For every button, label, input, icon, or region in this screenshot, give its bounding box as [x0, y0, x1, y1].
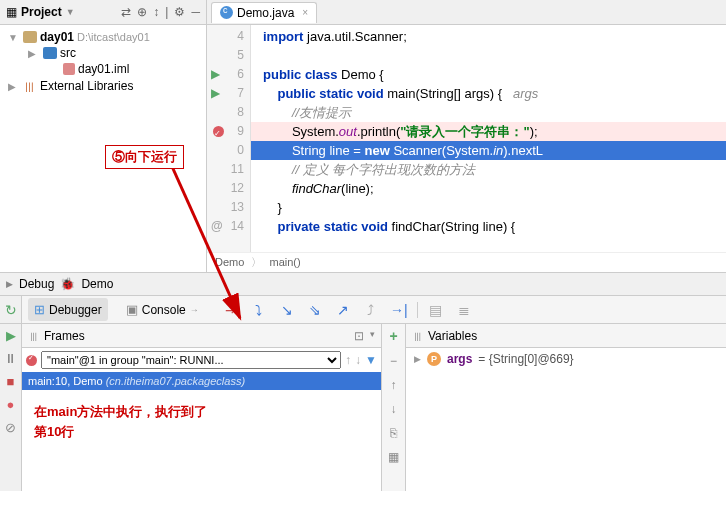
- console-tab-label: Console: [142, 303, 186, 317]
- root-path: D:\itcast\day01: [77, 31, 150, 43]
- step-over-icon[interactable]: ⤵: [249, 300, 269, 320]
- tree-iml[interactable]: day01.iml: [0, 61, 206, 77]
- frames-title: Frames: [44, 329, 85, 343]
- down-icon[interactable]: ↓: [391, 402, 397, 416]
- editor-tab[interactable]: Demo.java ×: [211, 2, 317, 23]
- debug-title: Debug: [19, 277, 54, 291]
- debugger-tab-label: Debugger: [49, 303, 102, 317]
- annotation-line2: 第10行: [34, 422, 369, 442]
- copy-icon[interactable]: ⎘: [390, 426, 397, 440]
- breakpoint-small-icon: [26, 355, 37, 366]
- param-icon: P: [427, 352, 441, 366]
- editor-tabs: Demo.java ×: [207, 0, 726, 25]
- debug-header: ▶ Debug 🐞 Demo: [0, 272, 726, 296]
- stack-text: main:10, Demo: [28, 375, 106, 387]
- src-label: src: [60, 46, 76, 60]
- frames-header: ⫼ Frames ⊡▾: [22, 324, 381, 348]
- debug-config: Demo: [81, 277, 113, 291]
- var-name: args: [447, 352, 472, 366]
- iml-label: day01.iml: [78, 62, 129, 76]
- mute-icon[interactable]: ⊘: [5, 420, 16, 435]
- minimize-icon[interactable]: ─: [191, 5, 200, 19]
- tree-src[interactable]: ▶ src: [0, 45, 206, 61]
- console-tab[interactable]: ▣ Console →: [120, 298, 205, 321]
- breakpoint-icon[interactable]: [213, 126, 224, 137]
- run-to-cursor-icon[interactable]: →|: [389, 300, 409, 320]
- code-content[interactable]: import java.util.Scanner; public class D…: [251, 25, 726, 252]
- folder-icon: [23, 31, 37, 43]
- up-icon[interactable]: ↑: [391, 378, 397, 392]
- debug-panels: ▶ ⏸ ■ ● ⊘ ⫼ Frames ⊡▾ "main"@1 in group …: [0, 324, 726, 491]
- gutter: 4 5 ▶6 ▶7 8 9 0 11 12 13 @14: [207, 25, 251, 252]
- layout-icon[interactable]: ▦: [388, 450, 399, 464]
- collapse-icon[interactable]: ⇄: [121, 5, 131, 19]
- annotation-box: 在main方法中执行，执行到了 第10行: [28, 396, 375, 447]
- vars-header: ⫼ Variables: [406, 324, 726, 348]
- rerun-strip[interactable]: ↻: [0, 296, 22, 323]
- project-header: ▦ Project ▼ ⇄ ⊕ ↕ | ⚙ ─: [0, 0, 206, 25]
- sep: |: [165, 5, 168, 19]
- next-frame-icon[interactable]: ↓: [355, 353, 361, 367]
- tree-root[interactable]: ▼ day01 D:\itcast\day01: [0, 29, 206, 45]
- frames-panel: ⫼ Frames ⊡▾ "main"@1 in group "main": RU…: [22, 324, 382, 491]
- code-area[interactable]: 4 5 ▶6 ▶7 8 9 0 11 12 13 @14 import java…: [207, 25, 726, 252]
- force-step-into-icon[interactable]: ⇘: [305, 300, 325, 320]
- libs-label: External Libraries: [40, 79, 133, 93]
- console-arrow-icon: →: [190, 305, 199, 315]
- vars-toolbar: + − ↑ ↓ ⎘ ▦: [382, 324, 406, 491]
- stack-package: (cn.itheima07.packageclass): [106, 375, 245, 387]
- project-title: Project: [21, 5, 62, 19]
- override-icon[interactable]: @: [211, 217, 223, 236]
- project-panel: ▦ Project ▼ ⇄ ⊕ ↕ | ⚙ ─ ▼ day01 D:\itcas…: [0, 0, 207, 272]
- drop-frame-icon[interactable]: ⤴: [361, 300, 381, 320]
- breadcrumb[interactable]: Demo 〉 main(): [207, 252, 726, 272]
- iml-icon: [63, 63, 75, 75]
- project-icon: ▦: [6, 5, 17, 19]
- tree-libs[interactable]: ▶⫼ External Libraries: [0, 77, 206, 95]
- stack-frame[interactable]: main:10, Demo (cn.itheima07.packageclass…: [22, 372, 381, 390]
- sort-icon[interactable]: ↕: [153, 5, 159, 19]
- thread-dropdown[interactable]: "main"@1 in group "main": RUNNI...: [41, 351, 341, 369]
- variables-panel: + − ↑ ↓ ⎘ ▦ ⫼ Variables ▶ P args = {Stri…: [382, 324, 726, 491]
- vars-title: Variables: [428, 329, 477, 343]
- stop-icon[interactable]: ■: [7, 374, 15, 389]
- gear-icon[interactable]: ⚙: [174, 5, 185, 19]
- variable-row[interactable]: ▶ P args = {String[0]@669}: [406, 348, 726, 370]
- rerun-icon: ↻: [5, 302, 17, 318]
- editor: Demo.java × 4 5 ▶6 ▶7 8 9 0 11 12 13 @14…: [207, 0, 726, 272]
- evaluate-icon[interactable]: ▤: [426, 300, 446, 320]
- run-gutter-icon[interactable]: ▶: [211, 65, 220, 84]
- root-label: day01: [40, 30, 74, 44]
- pause-icon[interactable]: ⏸: [4, 351, 17, 366]
- debug-toolbar: ↻ ⊞ Debugger ▣ Console → ⇥ ⤵ ↘ ⇘ ↗ ⤴ →| …: [0, 296, 726, 324]
- target-icon[interactable]: ⊕: [137, 5, 147, 19]
- var-value: = {String[0]@669}: [478, 352, 573, 366]
- bug-icon: 🐞: [60, 277, 75, 291]
- restore-icon[interactable]: ⊡: [354, 329, 364, 343]
- close-tab-icon[interactable]: ×: [302, 7, 308, 18]
- remove-watch-icon[interactable]: −: [390, 354, 397, 368]
- library-icon: ⫼: [23, 78, 37, 94]
- debugger-tab[interactable]: ⊞ Debugger: [28, 298, 108, 321]
- grip-icon[interactable]: ⫼: [28, 329, 40, 343]
- trace-icon[interactable]: ≣: [454, 300, 474, 320]
- java-file-icon: [220, 6, 233, 19]
- run-gutter-icon[interactable]: ▶: [211, 84, 220, 103]
- add-watch-icon[interactable]: +: [389, 328, 397, 344]
- project-tree: ▼ day01 D:\itcast\day01 ▶ src day01.iml …: [0, 25, 206, 99]
- resume-icon[interactable]: ▶: [6, 328, 16, 343]
- callout-annotation: ⑤向下运行: [105, 145, 184, 169]
- show-execution-icon[interactable]: ⇥: [221, 300, 241, 320]
- prev-frame-icon[interactable]: ↑: [345, 353, 351, 367]
- tab-label: Demo.java: [237, 6, 294, 20]
- thread-selector: "main"@1 in group "main": RUNNI... ↑ ↓ ▼: [22, 348, 381, 372]
- breadcrumb-class[interactable]: Demo: [215, 256, 244, 268]
- breakpoints-icon[interactable]: ●: [7, 397, 15, 412]
- grip-icon[interactable]: ⫼: [412, 329, 424, 343]
- filter-icon[interactable]: ▼: [365, 353, 377, 367]
- annotation-line1: 在main方法中执行，执行到了: [34, 402, 369, 422]
- debug-left-toolbar: ▶ ⏸ ■ ● ⊘: [0, 324, 22, 491]
- step-out-icon[interactable]: ↗: [333, 300, 353, 320]
- breadcrumb-method[interactable]: main(): [269, 256, 300, 268]
- step-into-icon[interactable]: ↘: [277, 300, 297, 320]
